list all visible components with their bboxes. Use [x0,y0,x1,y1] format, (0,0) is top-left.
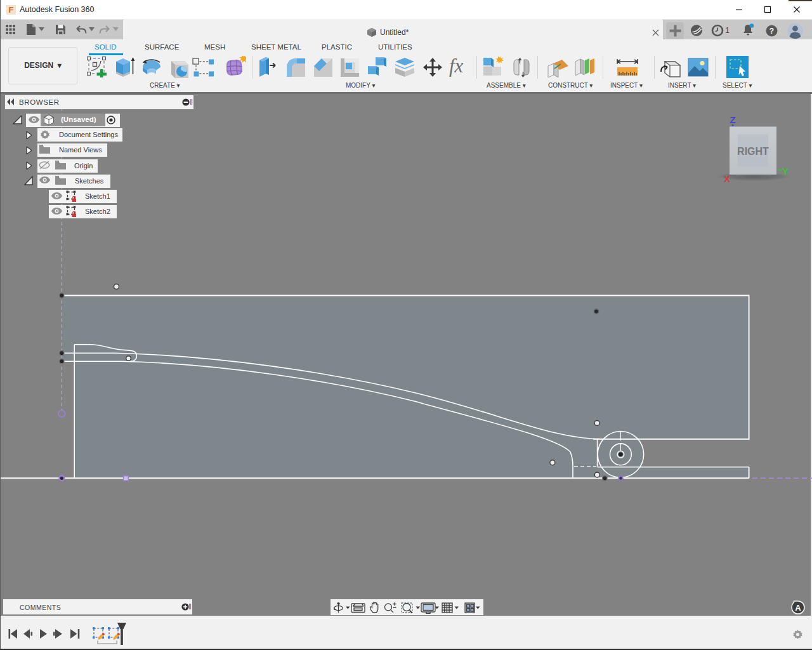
svg-text:Z: Z [730,114,736,125]
svg-text:A: A [795,603,801,613]
svg-text:X: X [724,173,731,184]
svg-text:?: ? [769,27,774,36]
svg-text:RIGHT: RIGHT [737,146,769,157]
svg-text:Y: Y [782,166,789,176]
